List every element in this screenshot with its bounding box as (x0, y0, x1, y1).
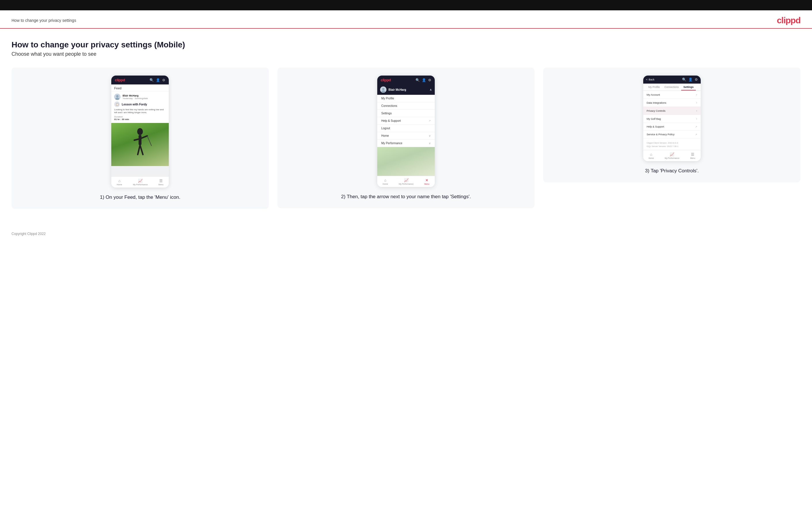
settings-item-my-account[interactable]: My Account › (643, 91, 701, 99)
phone-1-content: Feed Bl (111, 84, 169, 176)
phone-1-nav: clippd 🔍 👤 ⚙ (111, 75, 169, 84)
data-integrations-label: Data Integrations (647, 101, 666, 104)
feed-post: Blair McHarg Yesterday · Sunningstale 📋 … (111, 91, 169, 123)
lesson-title: Lesson with Fordy (121, 103, 147, 106)
bottom-nav-home: ⌂ Home (117, 179, 122, 185)
home-icon-3: ⌂ (650, 152, 652, 157)
svg-line-7 (147, 136, 152, 146)
phone-2-bottom-nav: ⌂ Home 📈 My Performance ✕ Menu (377, 176, 435, 187)
feed-user-name: Blair McHarg (122, 94, 148, 97)
settings-item-privacy-controls[interactable]: Privacy Controls › (643, 107, 701, 115)
my-account-label: My Account (647, 93, 660, 96)
ext-link-icon-2: ↗ (695, 133, 697, 136)
svg-line-9 (140, 145, 143, 155)
close-icon: ✕ (425, 178, 428, 182)
tab-my-profile[interactable]: My Profile (646, 83, 662, 91)
home-label-3: Home (648, 157, 654, 159)
feed-tab-label: Feed (111, 84, 169, 91)
settings-icon-3: ⚙ (695, 77, 698, 81)
lesson-desc: Looking to feel like my hands are exitin… (114, 108, 166, 114)
menu-label-3: Menu (690, 157, 695, 159)
server-version: GQL Server Version: 2022.7.30-1 (647, 145, 697, 148)
svg-point-3 (137, 128, 143, 135)
phone-2-logo: clippd (381, 78, 391, 82)
home-section-label: Home (381, 134, 389, 137)
menu-user-row: Blair McHarg ∧ (377, 84, 435, 95)
golf-bag-label: My Golf Bag (647, 117, 661, 120)
page-title: How to change your privacy settings (Mob… (11, 40, 801, 49)
feed-lesson-row: 📋 Lesson with Fordy (114, 101, 166, 107)
help-label: Help & Support (381, 119, 401, 122)
bottom-nav-home-3: ⌂ Home (648, 152, 654, 159)
bottom-nav-performance-3: 📈 My Performance (665, 152, 679, 159)
feed-user-row: Blair McHarg Yesterday · Sunningstale (114, 94, 166, 100)
settings-item-help[interactable]: Help & Support ↗ (643, 123, 701, 131)
back-chevron-icon: < (646, 78, 648, 81)
menu-icon-3: ☰ (691, 152, 695, 157)
bottom-nav-menu-3: ☰ Menu (690, 152, 695, 159)
step-2-phone: clippd 🔍 👤 ⚙ (377, 75, 435, 187)
phone-1-icons: 🔍 👤 ⚙ (150, 78, 165, 82)
my-profile-label: My Profile (381, 97, 394, 100)
bottom-nav-performance: 📈 My Performance (133, 179, 148, 185)
settings-icon-2: ⚙ (428, 78, 431, 82)
user-icon-2: 👤 (422, 78, 426, 82)
bottom-nav-performance-2: 📈 My Performance (399, 178, 413, 185)
phone-1-logo: clippd (115, 78, 125, 82)
close-label: Menu (424, 183, 429, 185)
settings-item-golf-bag[interactable]: My Golf Bag › (643, 115, 701, 123)
back-label: Back (649, 78, 654, 81)
back-button: < Back (646, 78, 654, 81)
step-2-desc: 2) Then, tap the arrow next to your name… (341, 193, 471, 200)
external-link-icon: ↗ (429, 119, 431, 122)
phone-2-icons: 🔍 👤 ⚙ (415, 78, 431, 82)
menu-avatar (380, 87, 387, 93)
user-icon-3: 👤 (689, 77, 693, 81)
connections-label: Connections (381, 104, 397, 107)
service-privacy-label: Service & Privacy Policy (647, 133, 674, 136)
performance-label-2: My Performance (399, 183, 413, 185)
menu-item-connections: Connections (377, 102, 435, 110)
phone-2-nav: clippd 🔍 👤 ⚙ (377, 75, 435, 84)
step-3-desc: 3) Tap 'Privacy Controls'. (645, 167, 699, 174)
search-icon: 🔍 (150, 78, 154, 82)
settings-item-data-integrations[interactable]: Data Integrations › (643, 99, 701, 107)
settings-icon: ⚙ (162, 78, 165, 82)
svg-point-1 (116, 95, 118, 97)
tab-settings[interactable]: Settings (681, 83, 696, 91)
step-1-desc: 1) On your Feed, tap the 'Menu' icon. (100, 194, 181, 201)
home-label: Home (117, 183, 122, 185)
menu-user-left: Blair McHarg (380, 87, 406, 93)
top-bar (0, 0, 812, 10)
settings-label: Settings (381, 112, 392, 115)
client-version: Clippd Client Version: 2022.8.3-3 (647, 141, 697, 145)
menu-section-home: Home ∨ (377, 132, 435, 139)
home-label-2: Home (383, 183, 388, 185)
page-subtitle: Choose what you want people to see (11, 51, 801, 57)
bottom-nav-close: ✕ Menu (424, 178, 429, 185)
performance-label: My Performance (133, 183, 148, 185)
step-3-card: < Back 🔍 👤 ⚙ My Profile Connections Sett… (543, 67, 801, 182)
chevron-right-icon-4: › (696, 117, 697, 120)
chevron-right-icon-3: › (696, 109, 697, 112)
logout-label: Logout (381, 127, 390, 130)
chevron-right-icon: › (696, 93, 697, 96)
main-content: How to change your privacy settings (Mob… (0, 29, 812, 226)
privacy-controls-label: Privacy Controls (647, 109, 666, 112)
tab-connections[interactable]: Connections (662, 83, 681, 91)
step2-golf-image (377, 147, 435, 176)
performance-icon-3: 📈 (670, 152, 674, 157)
clippd-logo: clippd (777, 15, 801, 25)
copyright-text: Copyright Clippd 2022 (11, 232, 46, 236)
performance-section-label: My Performance (381, 142, 402, 145)
settings-item-service-privacy[interactable]: Service & Privacy Policy ↗ (643, 131, 701, 138)
step-1-phone: clippd 🔍 👤 ⚙ Feed (111, 75, 169, 187)
phone-3-bottom-nav: ⌂ Home 📈 My Performance ☰ Menu (643, 150, 701, 161)
menu-item-myprofile: My Profile (377, 95, 435, 102)
settings-tabs: My Profile Connections Settings (643, 83, 701, 91)
steps-container: clippd 🔍 👤 ⚙ Feed (11, 67, 801, 209)
feed-user-info: Blair McHarg Yesterday · Sunningstale (122, 94, 148, 100)
settings-phone-nav: < Back 🔍 👤 ⚙ (643, 75, 701, 83)
lesson-icon: 📋 (114, 101, 120, 107)
bottom-nav-home-2: ⌂ Home (383, 178, 388, 185)
